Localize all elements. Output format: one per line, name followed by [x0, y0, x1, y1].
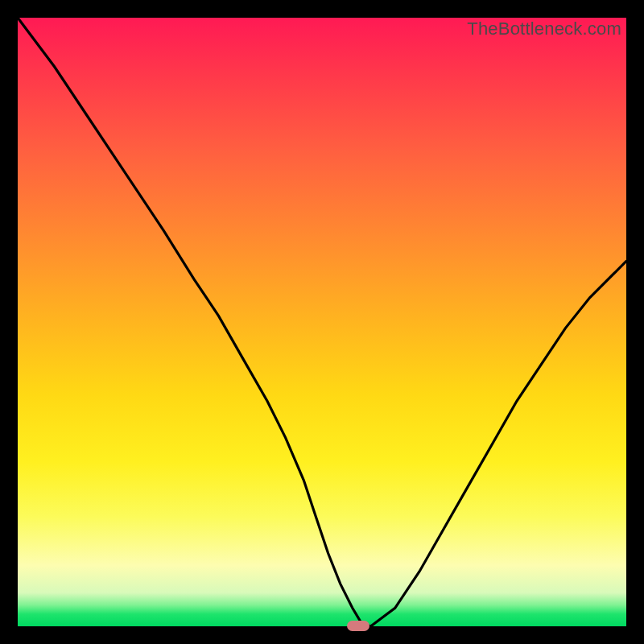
curve-path — [18, 18, 626, 626]
chart-frame: TheBottleneck.com — [0, 0, 644, 644]
bottleneck-curve — [18, 18, 626, 626]
optimal-marker — [347, 621, 369, 631]
plot-area: TheBottleneck.com — [18, 18, 626, 626]
